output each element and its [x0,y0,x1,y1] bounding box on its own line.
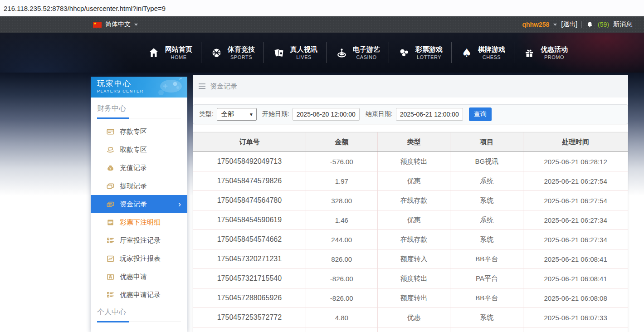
filter-bar: 类型: 全部 ▼ 开始日期: 结束日期: 查询 [193,104,628,124]
table-cell: 328.00 [306,191,377,210]
browser-url-bar[interactable]: 216.118.235.52:8783/hhcp/usercenter.html… [0,0,644,17]
chevron-down-icon[interactable] [553,24,557,26]
nav-menu: 网站首页HOME 体育竞技SPORTS 真人视讯LIVES 电子游艺CASINO [139,33,576,73]
table-cell: 1.97 [306,171,377,191]
nav-label-en: HOME [171,54,187,60]
table-cell: 额度转出 [377,152,450,171]
nav-label-zh: 真人视讯 [290,45,317,54]
table-cell: 优惠 [377,210,450,230]
table-cell: 额度转出 [377,269,450,288]
table-body: 1750458492049713-576.00额度转出BG视讯2025-06-2… [193,152,628,332]
promo-apply-icon [106,273,114,281]
divider [581,21,582,28]
bell-icon[interactable] [586,21,594,29]
nav-item-sports[interactable]: 体育竞技SPORTS [201,42,264,63]
sidebar-item-withdraw[interactable]: 取款专区 [91,141,187,159]
table-cell: 在线存款 [377,191,450,210]
section-label: 个人中心 [97,308,181,317]
sidebar-item-promo-record[interactable]: 优惠申请记录 [91,286,187,304]
chevron-down-icon: ▼ [249,112,254,117]
search-button[interactable]: 查询 [469,107,492,121]
table-cell: 2025-06-21 06:08:08 [523,288,628,308]
table-cell: -826.00 [306,269,377,288]
nav-item-lives[interactable]: 真人视讯LIVES [264,42,327,63]
sidebar-item-label: 提现记录 [120,182,147,190]
table-cell: BB平台 [450,249,523,269]
table-cell: 在线存款 [377,230,450,249]
sidebar-item-promo-apply[interactable]: 优惠申请 [91,268,187,286]
table-cell: 在线存款 [377,327,450,332]
logout-button[interactable]: [退出] [561,20,577,29]
china-flag-icon: ★ [93,22,102,28]
message-count: (59) [598,21,609,28]
table-cell: 系统 [450,210,523,230]
table-row: 1750457321715540-826.00额度转出PA平台2025-06-2… [193,269,628,288]
nav-item-chess[interactable]: ♠ 棋牌游戏CHESS [452,42,514,63]
table-cell: 1750457320271231 [193,249,306,269]
column-header: 处理时间 [523,132,628,152]
main-panel: 资金记录 类型: 全部 ▼ 开始日期: 结束日期: 查询 订单号金额类型项目处理… [193,75,628,332]
sidebar-item-lottery-detail[interactable]: 彩票下注明细 [91,213,187,231]
sidebar-item-label: 取款专区 [120,146,147,154]
table-header-row: 订单号金额类型项目处理时间 [193,132,628,152]
nav-item-lottery[interactable]: 彩票游戏LOTTERY [389,42,452,63]
nav-label-en: CASINO [356,54,376,60]
language-label: 简体中文 [105,20,131,29]
main-nav: 网站首页HOME 体育竞技SPORTS 真人视讯LIVES 电子游艺CASINO [0,33,644,73]
sidebar-item-label: 优惠申请 [120,273,147,281]
table-cell: 1750458454590619 [193,210,306,230]
sidebar-item-hall-bet-record[interactable]: 厅室投注记录 [91,231,187,249]
lottery-balls-icon [398,47,410,59]
nav-label-zh: 电子游艺 [353,45,380,54]
nav-item-promo[interactable]: 优惠活动PROMO [514,42,576,63]
table-cell: 系统 [450,327,523,332]
type-select[interactable]: 全部 ▼ [217,108,257,121]
start-date-input[interactable] [293,108,360,121]
sidebar-item-withdrawal-record[interactable]: 提现记录 [91,177,187,195]
user-area: qhhw258 [退出] (59) 新消息 [522,16,632,33]
hall-bet-record-icon [106,237,114,244]
sidebar-item-partial[interactable] [91,326,187,332]
hamburger-icon[interactable] [199,83,205,89]
nav-label-zh: 优惠活动 [541,45,568,54]
table-cell: 优惠 [377,171,450,191]
chevron-right-icon: › [178,200,181,208]
table-cell: 系统 [450,191,523,210]
end-date-input[interactable] [396,108,463,121]
topbar: ★ 简体中文 qhhw258 [退出] (59) 新消息 [0,16,644,33]
table-cell: 244.00 [306,230,377,249]
recharge-record-icon: ¥ [106,164,114,172]
sidebar-item-funds-record[interactable]: 资金记录 › [91,195,187,213]
nav-item-casino[interactable]: 电子游艺CASINO [327,42,389,63]
nav-item-home[interactable]: 网站首页HOME [139,42,201,63]
table-cell: 额度转入 [377,249,450,269]
table-cell: 1750458492049713 [193,152,306,171]
gift-icon [523,47,536,58]
nav-label-en: SPORTS [230,54,252,60]
sidebar-item-label: 彩票下注明细 [120,218,161,227]
sidebar-item-bet-report[interactable]: 玩家投注报表 [91,249,187,268]
home-icon [147,47,160,59]
withdrawal-record-icon [106,182,114,190]
table-cell: 1750458474564780 [193,191,306,210]
new-messages-link[interactable]: 新消息 [613,20,632,29]
username[interactable]: qhhw258 [522,21,549,28]
breadcrumb: 资金记录 [193,75,628,98]
section-personal: 个人中心 [91,304,187,322]
table-row: 17504584545906191.46优惠系统2025-06-21 06:27… [193,210,628,230]
url-text: 216.118.235.52:8783/hhcp/usercenter.html… [4,5,166,12]
table-cell: -826.00 [306,288,377,308]
table-cell: 2025-06-21 06:27:34 [523,230,628,249]
table-row: 1750458454574662244.00在线存款系统2025-06-21 0… [193,230,628,249]
language-selector[interactable]: ★ 简体中文 [93,16,138,33]
nav-label-en: LOTTERY [417,54,441,60]
table-row: 17504572535727724.80优惠系统2025-06-21 06:07… [193,308,628,327]
table-cell: 800.00 [306,327,377,332]
funds-record-table: 订单号金额类型项目处理时间 1750458492049713-576.00额度转… [193,132,628,332]
sidebar: 玩家中心 PLAYERS CENTER 财务中心 存款专区 取款专区 [91,77,187,332]
sidebar-item-recharge-record[interactable]: ¥ 充值记录 [91,159,187,177]
table-cell: 1750458454574662 [193,230,306,249]
table-cell: 2025-06-21 06:27:34 [523,210,628,230]
table-cell: 2025-06-21 06:08:41 [523,269,628,288]
sidebar-item-deposit[interactable]: 存款专区 [91,122,187,141]
